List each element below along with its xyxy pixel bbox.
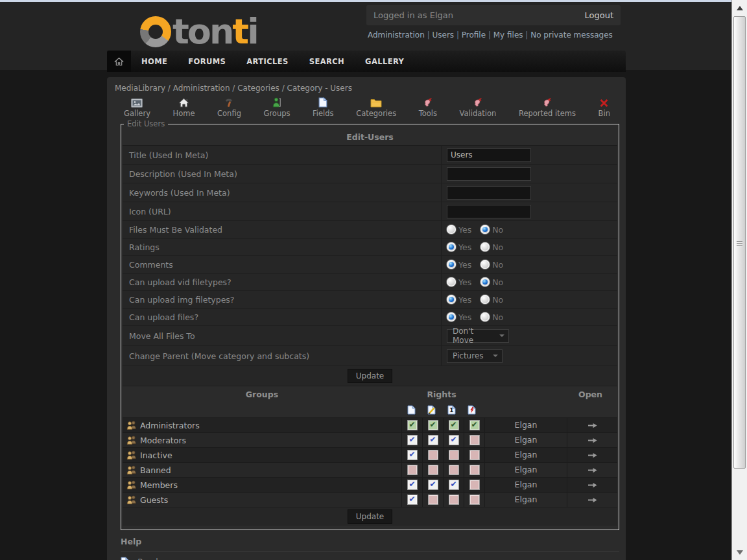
right-checkbox[interactable]: [407, 465, 418, 475]
open-group-button[interactable]: [567, 418, 617, 432]
nav-item-home[interactable]: HOME: [131, 51, 178, 72]
groups-update-button[interactable]: Update: [348, 509, 392, 524]
title-input[interactable]: [447, 148, 531, 162]
icon-url-input[interactable]: [447, 205, 531, 218]
toolbar-item-categories[interactable]: Categories: [356, 99, 396, 118]
right-checkbox[interactable]: [469, 495, 480, 505]
right-checkbox[interactable]: [449, 480, 459, 490]
toolbar-item-config[interactable]: Config: [217, 97, 241, 118]
right-checkbox[interactable]: [428, 495, 438, 505]
update-button[interactable]: Update: [348, 369, 392, 383]
right-checkbox[interactable]: [469, 465, 480, 475]
rights-icons-row: [123, 402, 617, 417]
nav-item-forums[interactable]: FORUMS: [178, 51, 236, 72]
owner-label: Elgan: [484, 463, 567, 477]
right-checkbox[interactable]: [449, 465, 459, 475]
toolbar-item-gallery[interactable]: Gallery: [124, 99, 150, 118]
toolbar-item-tools[interactable]: Tools: [419, 98, 437, 118]
description-input[interactable]: [447, 167, 531, 181]
group-row-members: Members Elgan: [123, 477, 617, 492]
radio-no[interactable]: [480, 242, 490, 251]
reported-items-icon: [542, 98, 552, 108]
right-checkbox[interactable]: [469, 435, 480, 445]
groups-icon: [272, 97, 281, 108]
toolbar-item-fields[interactable]: Fields: [313, 97, 334, 118]
arrow-right-icon: [587, 438, 597, 443]
keywords-input[interactable]: [447, 186, 531, 200]
owner-label: Elgan: [484, 418, 567, 432]
right-checkbox[interactable]: [428, 450, 438, 460]
right-checkbox[interactable]: [469, 480, 480, 490]
toolbar-item-bin[interactable]: Bin: [599, 99, 610, 118]
right-checkbox[interactable]: [428, 480, 438, 490]
admin-right-icon: [468, 405, 476, 415]
right-checkbox[interactable]: [428, 420, 438, 430]
scrollbar-up-button[interactable]: [734, 3, 745, 13]
right-checkbox[interactable]: [428, 465, 438, 475]
radio-no[interactable]: [480, 225, 490, 234]
right-checkbox[interactable]: [407, 435, 418, 445]
group-row-guests: Guests Elgan: [123, 492, 617, 507]
toolbar-item-validation[interactable]: Validation: [460, 98, 497, 118]
open-group-button[interactable]: [567, 463, 617, 477]
owner-label: Elgan: [484, 478, 567, 492]
vertical-scrollbar[interactable]: [731, 0, 747, 560]
admin-toolbar: Gallery Home Config: [124, 97, 610, 118]
radio-no[interactable]: [480, 260, 490, 269]
right-checkbox[interactable]: [469, 420, 480, 430]
radio-no[interactable]: [480, 295, 490, 304]
move-files-select[interactable]: Don't Move: [447, 329, 509, 343]
gallery-icon: [131, 99, 143, 108]
link-administration[interactable]: Administration: [368, 30, 425, 40]
nav-item-gallery[interactable]: GALLERY: [355, 51, 414, 72]
toolbar-item-home[interactable]: Home: [173, 98, 195, 118]
right-checkbox[interactable]: [449, 435, 459, 445]
link-my-files[interactable]: My files: [486, 30, 523, 40]
radio-yes[interactable]: [447, 312, 456, 321]
toolbar-item-groups[interactable]: Groups: [263, 97, 290, 118]
open-group-button[interactable]: [567, 478, 617, 492]
radio-no[interactable]: [480, 277, 490, 286]
open-group-button[interactable]: [567, 493, 617, 507]
radio-yes[interactable]: [447, 242, 456, 251]
radio-yes[interactable]: [447, 260, 456, 269]
nav-item-articles[interactable]: ARTICLES: [236, 51, 298, 72]
form-row-upload-files: Can upload files? Yes No: [123, 308, 617, 325]
right-checkbox[interactable]: [449, 495, 459, 505]
open-group-button[interactable]: [567, 433, 617, 447]
right-checkbox[interactable]: [407, 480, 418, 490]
radio-no[interactable]: [480, 312, 490, 321]
right-checkbox[interactable]: [407, 450, 418, 460]
link-profile[interactable]: Profile: [454, 30, 486, 40]
arrow-right-icon: [587, 423, 597, 428]
right-checkbox[interactable]: [449, 420, 459, 430]
right-checkbox[interactable]: [449, 450, 459, 460]
toolbar-item-reported[interactable]: Reported items: [519, 98, 576, 118]
site-logo[interactable]: tonti: [140, 12, 257, 51]
radio-yes[interactable]: [447, 295, 456, 304]
groups-update-row: Update: [123, 507, 617, 526]
right-checkbox[interactable]: [407, 495, 418, 505]
right-checkbox[interactable]: [469, 450, 480, 460]
form-row-ratings: Ratings Yes No: [123, 238, 617, 255]
logout-link[interactable]: Logout: [584, 10, 613, 20]
user-bar: Logged in as Elgan Logout: [366, 5, 621, 25]
radio-yes[interactable]: [447, 225, 456, 234]
group-icon: [126, 436, 136, 445]
form-row-icon-url: Icon (URL): [123, 202, 617, 220]
chevron-down-icon: [499, 334, 504, 340]
link-users[interactable]: Users: [425, 30, 454, 40]
link-private-messages[interactable]: No private messages: [523, 30, 613, 40]
right-checkbox[interactable]: [428, 435, 438, 445]
group-row-banned: Banned Elgan: [123, 462, 617, 477]
nav-home-button[interactable]: [107, 51, 131, 72]
scrollbar-down-button[interactable]: [734, 547, 745, 557]
edit-users-fieldset: Edit Users Edit-Users Title (Used In Met…: [121, 119, 619, 530]
nav-item-search[interactable]: SEARCH: [299, 51, 355, 72]
right-checkbox[interactable]: [407, 420, 418, 430]
header-rights: Rights: [401, 390, 482, 399]
change-parent-select[interactable]: Pictures: [447, 349, 503, 363]
open-group-button[interactable]: [567, 448, 617, 462]
radio-yes[interactable]: [447, 277, 456, 286]
scrollbar-thumb[interactable]: [733, 16, 746, 469]
